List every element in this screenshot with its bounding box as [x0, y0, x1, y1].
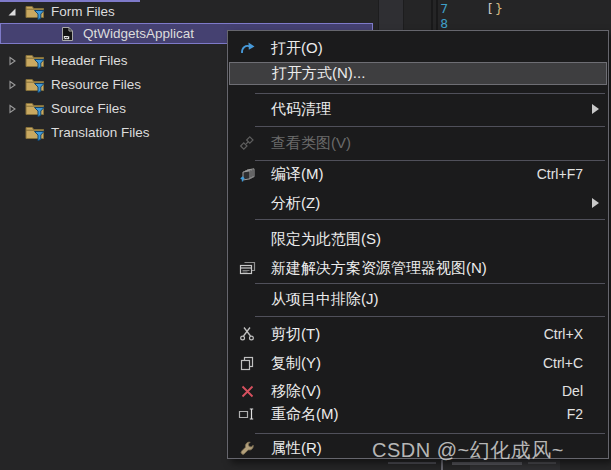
menu-item-label: 打开方式(N)... [266, 64, 606, 83]
ui-file-icon [57, 26, 77, 42]
editor-code-token: } [495, 1, 503, 16]
menu-item-shortcut: F2 [567, 406, 583, 422]
menu-item-label: 重命名(M) [265, 405, 567, 424]
tree-item-label: Form Files [49, 4, 115, 19]
menu-item-label: 复制(Y) [265, 354, 543, 373]
menu-item-new-solution-explorer-view[interactable]: 新建解决方案资源管理器视图(N) [229, 256, 607, 280]
editor-line-number: 7 [430, 1, 448, 16]
menu-item-shortcut: Del [562, 383, 583, 399]
menu-item-cut[interactable]: 剪切(T) Ctrl+X [229, 322, 607, 346]
menu-item-remove[interactable]: 移除(V) Del [229, 379, 607, 403]
context-menu: 打开(O) 打开方式(N)... 代码清理 查看类图(V) [227, 30, 609, 459]
tree-item-label: Header Files [49, 53, 128, 68]
tree-item-source-files[interactable]: Source Files [0, 98, 126, 119]
menu-separator [255, 126, 605, 127]
tree-item-translation-files[interactable]: Translation Files [0, 122, 150, 143]
expander-expanded-icon[interactable] [5, 6, 19, 18]
menu-item-exclude-from-project[interactable]: 从项目中排除(J) [229, 287, 607, 311]
submenu-arrow-icon [592, 104, 599, 114]
menu-item-label: 打开(O) [265, 39, 607, 58]
menu-item-build[interactable]: 编译(M) Ctrl+F7 [229, 162, 607, 186]
tree-item-resource-files[interactable]: Resource Files [0, 74, 141, 95]
copy-icon [229, 355, 265, 371]
editor-line-number: 8 [430, 16, 448, 31]
editor-code-token: [ [486, 1, 494, 16]
filtered-folder-icon [25, 124, 45, 142]
menu-item-label: 移除(V) [265, 382, 562, 401]
menu-item-label: 编译(M) [265, 165, 537, 184]
class-diagram-icon [229, 135, 265, 151]
expander-collapsed-icon[interactable] [5, 55, 19, 67]
menu-item-label: 从项目中排除(J) [265, 290, 607, 309]
menu-item-copy[interactable]: 复制(Y) Ctrl+C [229, 351, 607, 375]
menu-item-label: 新建解决方案资源管理器视图(N) [265, 259, 607, 278]
menu-item-label: 查看类图(V) [265, 134, 607, 153]
menu-item-label: 剪切(T) [265, 325, 544, 344]
solution-explorer-scrollbar[interactable] [378, 0, 404, 30]
submenu-arrow-icon [592, 198, 599, 208]
expander-collapsed-icon[interactable] [5, 79, 19, 91]
tree-item-label: QtWidgetsApplicat [81, 26, 194, 41]
tree-item-form-files[interactable]: Form Files [0, 1, 115, 22]
menu-separator [255, 433, 605, 434]
menu-item-open-with[interactable]: 打开方式(N)... [229, 62, 607, 85]
tree-item-header-files[interactable]: Header Files [0, 50, 128, 71]
menu-item-scope-to-this[interactable]: 限定为此范围(S) [229, 227, 607, 251]
menu-item-shortcut: Ctrl+C [543, 355, 583, 371]
tree-item-label: Source Files [49, 101, 126, 116]
filtered-folder-icon [25, 52, 45, 70]
menu-item-code-cleanup[interactable]: 代码清理 [229, 97, 607, 121]
filtered-folder-icon [25, 76, 45, 94]
rename-icon [229, 407, 265, 421]
build-icon [229, 166, 265, 183]
open-icon [229, 41, 265, 56]
menu-separator [255, 316, 605, 317]
wrench-icon [229, 440, 265, 456]
remove-x-icon [229, 384, 265, 399]
expander-collapsed-icon[interactable] [5, 103, 19, 115]
menu-item-label: 分析(Z) [265, 194, 607, 213]
menu-separator [255, 160, 605, 161]
menu-item-rename[interactable]: 重命名(M) F2 [229, 402, 607, 426]
visual-studio-window: 7 8 [ } Form Files [0, 0, 611, 470]
filtered-folder-icon [25, 100, 45, 118]
filtered-folder-icon [25, 3, 45, 21]
menu-item-shortcut: Ctrl+F7 [537, 166, 583, 182]
tree-item-label: Resource Files [49, 77, 141, 92]
menu-item-label: 代码清理 [265, 100, 607, 119]
menu-item-open[interactable]: 打开(O) [229, 36, 607, 60]
menu-separator [255, 283, 605, 284]
menu-item-shortcut: Ctrl+X [544, 326, 583, 342]
menu-item-view-class-diagram[interactable]: 查看类图(V) [229, 131, 607, 155]
scissors-icon [229, 326, 265, 342]
menu-separator [255, 93, 605, 94]
menu-item-analyze[interactable]: 分析(Z) [229, 191, 607, 215]
menu-item-label: 限定为此范围(S) [265, 230, 607, 249]
csdn-watermark: CSDN @~幻化成风~ [372, 437, 564, 464]
menu-separator [255, 219, 605, 220]
new-view-icon [229, 260, 265, 276]
tree-item-label: Translation Files [49, 125, 150, 140]
